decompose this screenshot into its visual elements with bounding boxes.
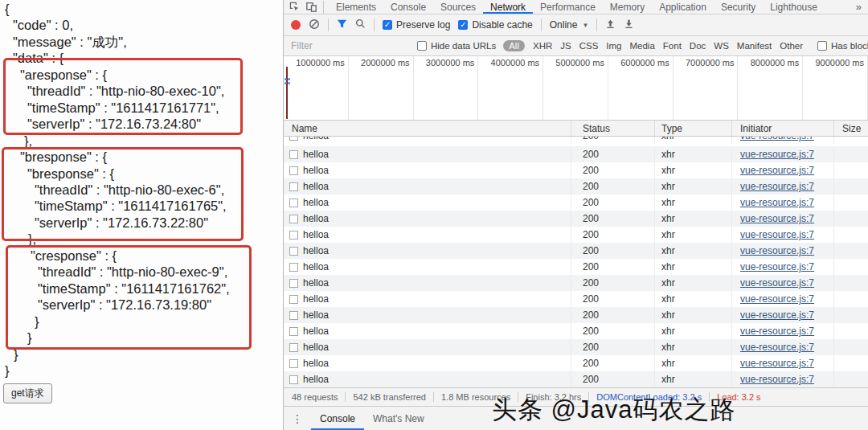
table-row[interactable]: helloa200xhrvue-resource.js:7 — [284, 291, 868, 307]
initiator-link[interactable]: vue-resource.js:7 — [740, 165, 814, 176]
filter-type-doc[interactable]: Doc — [690, 41, 706, 51]
initiator-link[interactable]: vue-resource.js:7 — [740, 229, 814, 240]
drawer-tab-what-s-new[interactable]: What's New — [364, 407, 433, 430]
filter-type-css[interactable]: CSS — [579, 41, 599, 51]
initiator-link[interactable]: vue-resource.js:7 — [740, 213, 814, 224]
table-row[interactable]: helloa200xhrvue-resource.js:7 — [284, 339, 868, 355]
tab-performance[interactable]: Performance — [533, 0, 603, 14]
drawer-tab-console[interactable]: Console — [311, 407, 364, 430]
initiator-link[interactable]: vue-resource.js:7 — [740, 137, 814, 141]
filter-type-ws[interactable]: WS — [714, 41, 729, 51]
table-row[interactable]: helloa200xhrvue-resource.js:7 — [284, 211, 868, 227]
filter-type-all[interactable]: All — [503, 40, 525, 51]
initiator-link[interactable]: vue-resource.js:7 — [740, 358, 814, 369]
request-name: helloa — [303, 229, 329, 240]
request-name: helloa — [303, 137, 329, 141]
device-toolbar-icon[interactable] — [306, 2, 317, 12]
initiator-link[interactable]: vue-resource.js:7 — [740, 342, 814, 353]
initiator-link[interactable]: vue-resource.js:7 — [740, 149, 814, 160]
inspect-element-icon[interactable] — [289, 2, 300, 12]
type-cell: xhr — [655, 323, 732, 339]
type-cell: xhr — [655, 339, 732, 355]
disable-cache-checkbox[interactable]: ✓ Disable cache — [458, 19, 532, 31]
network-overview-timeline[interactable]: 1000000 ms2000000 ms3000000 ms4000000 ms… — [284, 56, 868, 121]
initiator-link[interactable]: vue-resource.js:7 — [740, 261, 814, 272]
table-row[interactable]: helloa200xhrvue-resource.js:7 — [284, 243, 868, 259]
column-header-size[interactable]: Size — [834, 121, 868, 136]
json-line: "serverIp" : "172.16.73.24:80" — [3, 116, 230, 132]
filter-type-xhr[interactable]: XHR — [533, 41, 552, 51]
partially-visible-row: helloa200xhrvue-resource.js:7 — [284, 137, 868, 146]
column-header-status[interactable]: Status — [571, 121, 655, 136]
table-row[interactable]: helloa200xhrvue-resource.js:7 — [284, 137, 868, 144]
json-line: "code" : 0, — [3, 17, 230, 33]
column-header-initiator[interactable]: Initiator — [732, 121, 834, 136]
table-row[interactable]: helloa200xhrvue-resource.js:7 — [284, 355, 868, 371]
filter-funnel-icon[interactable] — [337, 18, 347, 31]
requests-table-body: helloa200xhrvue-resource.js:7helloa200xh… — [284, 146, 868, 387]
json-line: "bresponse" : { — [3, 166, 230, 182]
get-request-button[interactable]: get请求 — [3, 383, 52, 403]
filter-type-media[interactable]: Media — [630, 41, 655, 51]
table-row[interactable]: helloa200xhrvue-resource.js:7 — [284, 259, 868, 275]
initiator-link[interactable]: vue-resource.js:7 — [740, 245, 814, 256]
table-row[interactable]: helloa200xhrvue-resource.js:7 — [284, 162, 868, 178]
has-blocked-cookies-checkbox[interactable]: Has blocked cookies — [817, 41, 868, 51]
tab-network[interactable]: Network — [483, 0, 533, 14]
size-cell — [834, 195, 868, 211]
search-icon[interactable] — [355, 18, 366, 31]
table-row[interactable]: helloa200xhrvue-resource.js:7 — [284, 275, 868, 291]
table-row[interactable]: helloa200xhrvue-resource.js:7 — [284, 227, 868, 243]
table-row[interactable]: helloa200xhrvue-resource.js:7 — [284, 307, 868, 323]
initiator-link[interactable]: vue-resource.js:7 — [740, 326, 814, 337]
initiator-link[interactable]: vue-resource.js:7 — [740, 277, 814, 289]
tab-lighthouse[interactable]: Lighthouse — [763, 0, 825, 14]
json-line: }, — [3, 231, 230, 247]
filter-type-img[interactable]: Img — [606, 41, 621, 51]
table-row[interactable]: helloa200xhrvue-resource.js:7 — [284, 323, 868, 339]
initiator-link[interactable]: vue-resource.js:7 — [740, 181, 814, 192]
filter-input[interactable] — [291, 40, 410, 51]
name-cell: helloa — [284, 211, 571, 227]
record-icon[interactable] — [291, 20, 301, 30]
initiator-link[interactable]: vue-resource.js:7 — [740, 374, 814, 385]
status-cell: 200 — [571, 137, 655, 144]
table-row[interactable]: helloa200xhrvue-resource.js:7 — [284, 195, 868, 211]
tab-elements[interactable]: Elements — [329, 0, 383, 14]
filter-type-font[interactable]: Font — [663, 41, 682, 51]
column-header-name[interactable]: Name — [284, 121, 571, 136]
hide-data-urls-checkbox[interactable]: Hide data URLs — [417, 41, 496, 51]
export-har-icon[interactable] — [624, 18, 634, 31]
file-icon — [289, 263, 298, 272]
file-icon — [289, 199, 298, 207]
more-tabs-icon[interactable]: » — [854, 0, 868, 14]
kebab-menu-icon[interactable]: ⋮ — [292, 407, 303, 430]
file-icon — [289, 343, 298, 352]
size-cell — [834, 307, 868, 323]
filter-type-other[interactable]: Other — [780, 41, 803, 51]
initiator-cell: vue-resource.js:7 — [732, 275, 834, 291]
filter-type-js[interactable]: JS — [560, 41, 571, 51]
tab-application[interactable]: Application — [652, 0, 714, 14]
preserve-log-checkbox[interactable]: ✓ Preserve log — [383, 19, 450, 31]
throttling-dropdown[interactable]: Online ▼ — [550, 19, 589, 31]
tab-sources[interactable]: Sources — [433, 0, 483, 14]
json-line: { — [3, 1, 230, 17]
tab-memory[interactable]: Memory — [603, 0, 652, 14]
type-cell: xhr — [655, 307, 732, 323]
json-line: "cresponse" : { — [3, 248, 230, 264]
table-row[interactable]: helloa200xhrvue-resource.js:7 — [284, 146, 868, 162]
initiator-link[interactable]: vue-resource.js:7 — [740, 293, 814, 305]
initiator-link[interactable]: vue-resource.js:7 — [740, 197, 814, 208]
table-row[interactable]: helloa200xhrvue-resource.js:7 — [284, 178, 868, 195]
tab-security[interactable]: Security — [714, 0, 763, 14]
initiator-link[interactable]: vue-resource.js:7 — [740, 309, 814, 321]
tab-console[interactable]: Console — [383, 0, 433, 14]
filter-type-manifest[interactable]: Manifest — [737, 41, 772, 51]
json-line: "threadId" : "http-nio-80-exec-10", — [3, 83, 230, 99]
clear-icon[interactable] — [309, 18, 320, 32]
table-row[interactable]: helloa200xhrvue-resource.js:7 — [284, 371, 868, 387]
column-header-type[interactable]: Type — [655, 121, 732, 136]
hide-data-urls-label: Hide data URLs — [431, 41, 496, 51]
import-har-icon[interactable] — [605, 18, 616, 31]
